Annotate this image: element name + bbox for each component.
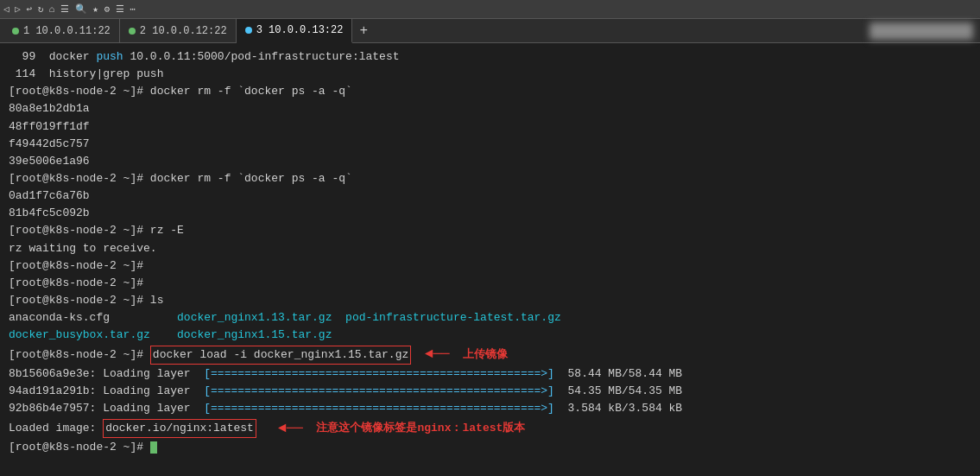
arrow-icon-2: ◄── bbox=[262, 418, 312, 440]
loading-hash-2: 94ad191a291b: Loading layer bbox=[9, 384, 204, 397]
progress-bar-2: [=======================================… bbox=[204, 384, 554, 397]
loaded-prefix: Loaded image: bbox=[9, 420, 103, 437]
loading-layer-2: 94ad191a291b: Loading layer [===========… bbox=[9, 383, 971, 400]
loaded-image-value: docker.io/nginx:latest bbox=[103, 419, 256, 438]
tab-dot-2 bbox=[129, 28, 136, 35]
loading-layer-1: 8b15606a9e3e: Loading layer [===========… bbox=[9, 365, 971, 383]
terminal-line-9: 0ad1f7c6a76b bbox=[9, 187, 971, 205]
ls-file-3: pod-infrastructure-latest.tar.gz bbox=[345, 311, 561, 324]
loading-hash-1: 8b15606a9e3e: Loading layer bbox=[9, 367, 204, 380]
tab-add-button[interactable]: + bbox=[352, 23, 375, 39]
loading-hash-3: 92b86b4e7957: Loading layer bbox=[9, 402, 204, 415]
terminal-content[interactable]: 99 docker push 10.0.0.11:5000/pod-infras… bbox=[0, 43, 980, 476]
tab-2[interactable]: 2 10.0.0.12:22 bbox=[120, 19, 237, 43]
loading-size-2: 54.35 MB/54.35 MB bbox=[554, 384, 682, 397]
ls-output-row2: docker_busybox.tar.gz docker_nginx1.15.t… bbox=[9, 327, 971, 344]
final-prompt-text: [root@k8s-node-2 ~]# bbox=[9, 441, 150, 454]
tab-dot-1 bbox=[12, 28, 19, 35]
toolbar-icons: ◁ ▷ ↩ ↻ ⌂ ☰ 🔍 ★ ⚙ ☰ ⋯ bbox=[3, 3, 136, 15]
terminal-line-6: f49442d5c757 bbox=[9, 136, 971, 153]
terminal-line-12: rz waiting to receive. bbox=[9, 240, 971, 257]
tab-3[interactable]: 3 10.0.0.13:22 bbox=[237, 19, 353, 43]
blurred-image-1 bbox=[869, 22, 973, 40]
terminal-line-7: 39e5006e1a96 bbox=[9, 153, 971, 170]
terminal-line-8: [root@k8s-node-2 ~]# docker rm -f `docke… bbox=[9, 170, 971, 187]
ls-file-1: anaconda-ks.cfg bbox=[9, 311, 110, 324]
highlighted-command: docker load -i docker_nginx1.15.tar.gz bbox=[150, 346, 411, 365]
annotation-note: 注意这个镜像标签是nginx：latest版本 bbox=[316, 420, 525, 437]
ls-file-5: docker_nginx1.15.tar.gz bbox=[177, 328, 332, 341]
progress-bar-3: [=======================================… bbox=[204, 402, 554, 415]
loading-layer-3: 92b86b4e7957: Loading layer [===========… bbox=[9, 400, 971, 417]
annotation-upload: 上传镜像 bbox=[463, 346, 508, 364]
terminal-line-15: [root@k8s-node-2 ~]# ls bbox=[9, 292, 971, 309]
terminal-line-1: 99 docker push 10.0.0.11:5000/pod-infras… bbox=[9, 48, 971, 66]
tab-label-1: 1 10.0.0.11:22 bbox=[23, 25, 111, 37]
tab-label-2: 2 10.0.0.12:22 bbox=[140, 25, 227, 37]
arrow-icon-1: ◄── bbox=[416, 344, 458, 365]
loaded-image-annotation-row: Loaded image: docker.io/nginx:latest ◄──… bbox=[9, 418, 971, 440]
tab-label-3: 3 10.0.0.13:22 bbox=[256, 24, 344, 36]
terminal-line-3: [root@k8s-node-2 ~]# docker rm -f `docke… bbox=[9, 83, 971, 100]
cursor bbox=[150, 441, 157, 454]
terminal-line-11: [root@k8s-node-2 ~]# rz -E bbox=[9, 222, 971, 239]
loading-size-3: 3.584 kB/3.584 kB bbox=[554, 402, 682, 415]
terminal-line-10: 81b4fc5c092b bbox=[9, 205, 971, 222]
final-prompt-line: [root@k8s-node-2 ~]# bbox=[9, 439, 971, 456]
ls-output-row1: anaconda-ks.cfg docker_nginx1.13.tar.gz … bbox=[9, 309, 971, 327]
terminal-line-4: 80a8e1b2db1a bbox=[9, 100, 971, 117]
terminal-line-14: [root@k8s-node-2 ~]# bbox=[9, 275, 971, 292]
tab-bar: 1 10.0.0.11:22 2 10.0.0.12:22 3 10.0.0.1… bbox=[0, 19, 980, 43]
terminal-line-2: 114 history|grep push bbox=[9, 66, 971, 83]
toolbar: ◁ ▷ ↩ ↻ ⌂ ☰ 🔍 ★ ⚙ ☰ ⋯ bbox=[0, 0, 980, 19]
progress-bar-1: [=======================================… bbox=[204, 367, 554, 380]
tab-dot-3 bbox=[245, 27, 252, 34]
loading-size-1: 58.44 MB/58.44 MB bbox=[554, 367, 682, 380]
tab-1[interactable]: 1 10.0.0.11:22 bbox=[3, 19, 120, 43]
terminal-line-13: [root@k8s-node-2 ~]# bbox=[9, 257, 971, 275]
ls-file-2: docker_nginx1.13.tar.gz bbox=[177, 311, 332, 324]
command-annotation-row: [root@k8s-node-2 ~]# docker load -i dock… bbox=[9, 344, 971, 365]
cmd-prompt: [root@k8s-node-2 ~]# bbox=[9, 346, 150, 364]
ls-file-4: docker_busybox.tar.gz bbox=[9, 328, 150, 341]
terminal-line-5: 48ff019ff1df bbox=[9, 118, 971, 136]
